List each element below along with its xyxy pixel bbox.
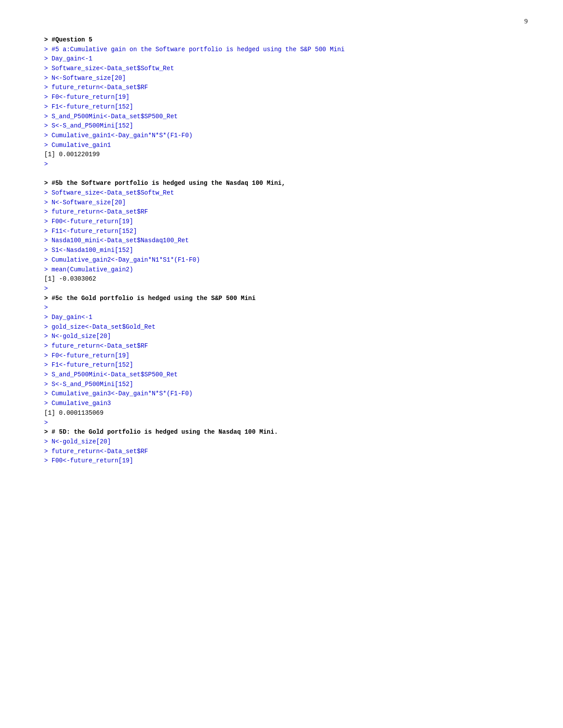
q5c-line5: > F0<-future_return[19] — [44, 351, 519, 361]
q5d-line2: > future_return<-Data_set$RF — [44, 447, 519, 457]
q5a-line1: > Day_gain<-1 — [44, 54, 519, 64]
q5a-line7: > S_and_P500Mini<-Data_set$SP500_Ret — [44, 112, 519, 122]
q5c-line3: > N<-gold_size[20] — [44, 332, 519, 341]
q5a-line3: > N<-Software_size[20] — [44, 74, 519, 83]
q5b-line9: > mean(Cumulative_gain2) — [44, 265, 519, 275]
q5b-line1: > Software_size<-Data_set$Softw_Ret — [44, 188, 519, 198]
q5c-line2: > gold_size<-Data_set$Gold_Ret — [44, 323, 519, 332]
q5d-line1: > N<-gold_size[20] — [44, 437, 519, 447]
page-container: 9 > #Question 5 > #5 a:Cumulative gain o… — [0, 0, 563, 501]
q5b-prompt: > — [44, 284, 519, 294]
q5a-line5: > F0<-future_return[19] — [44, 93, 519, 102]
q5b-output: [1] -0.0303062 — [44, 274, 519, 284]
q5c-header-label: > #5c the Gold portfolio is hedged using… — [44, 294, 519, 304]
q5b-line8: > Cumulative_gain2<-Day_gain*N1*S1*(F1-F… — [44, 255, 519, 265]
q5b-header-label: > #5b the Software portfolio is hedged u… — [44, 179, 519, 188]
q5b-line6: > Nasda100_mini<-Data_set$Nasdaq100_Ret — [44, 236, 519, 246]
q5d-line3: > F00<-future_return[19] — [44, 456, 519, 466]
q5a-line10: > Cumulative_gain1 — [44, 141, 519, 150]
page-number: 9 — [525, 18, 528, 25]
q5c-prompt2: > — [44, 418, 519, 428]
q5a-line8: > S<-S_and_P500Mini[152] — [44, 121, 519, 131]
q5a-line4: > future_return<-Data_set$RF — [44, 83, 519, 93]
q5b-line7: > S1<-Nasda100_mini[152] — [44, 246, 519, 255]
q5c-line8: > S<-S_and_P500Mini[152] — [44, 380, 519, 390]
q5-header-label: > #Question 5 — [44, 35, 519, 45]
q5c-line6: > F1<-future_return[152] — [44, 360, 519, 370]
q5a-prompt: > — [44, 160, 519, 169]
q5c-line4: > future_return<-Data_set$RF — [44, 341, 519, 351]
q5c-line10: > Cumulative_gain3 — [44, 399, 519, 409]
q5b-line4: > F00<-future_return[19] — [44, 217, 519, 227]
q5c-line1: > Day_gain<-1 — [44, 313, 519, 323]
q5c-line9: > Cumulative_gain3<-Day_gain*N*S*(F1-F0) — [44, 389, 519, 399]
q5a-line6: > F1<-future_return[152] — [44, 102, 519, 112]
q5a-output: [1] 0.001220199 — [44, 150, 519, 160]
q5c-output: [1] 0.0001135069 — [44, 409, 519, 418]
q5a-comment-line: > #5 a:Cumulative gain on the Software p… — [44, 45, 519, 55]
q5b-line2: > N<-Software_size[20] — [44, 198, 519, 208]
q5a-line2: > Software_size<-Data_set$Softw_Ret — [44, 64, 519, 74]
q5b-line5: > F11<-future_return[152] — [44, 227, 519, 236]
q5c-line7: > S_and_P500Mini<-Data_set$SP500_Ret — [44, 370, 519, 380]
q5a-line9: > Cumulative_gain1<-Day_gain*N*S*(F1-F0) — [44, 131, 519, 141]
q5b-line3: > future_return<-Data_set$RF — [44, 207, 519, 217]
q5d-header-label: > # 5D: the Gold portfolio is hedged usi… — [44, 428, 519, 437]
main-code-block: > #Question 5 > #5 a:Cumulative gain on … — [44, 35, 519, 466]
q5c-prompt1: > — [44, 303, 519, 313]
